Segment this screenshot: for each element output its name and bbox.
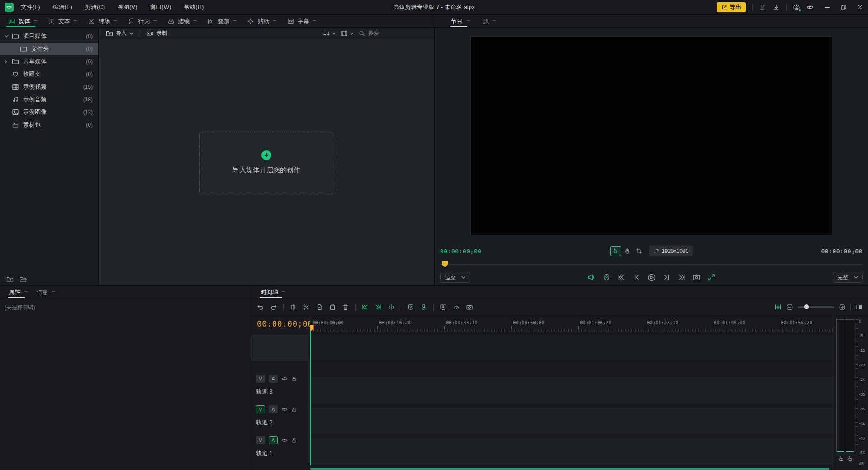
- track1-video-toggle[interactable]: V: [256, 436, 265, 444]
- screen-record-button[interactable]: [440, 304, 447, 311]
- menu-file[interactable]: 文件(F): [21, 3, 40, 11]
- jump-to-previous-edit-button[interactable]: [361, 304, 369, 311]
- tab-sticker[interactable]: 贴纸 ☰: [242, 15, 280, 27]
- zoom-fit-select[interactable]: 适应: [440, 272, 470, 283]
- save-button[interactable]: [759, 4, 766, 11]
- track3-video-toggle[interactable]: V: [256, 375, 265, 383]
- speed-ramp-button[interactable]: [453, 304, 460, 311]
- sidebar-item-shared-media[interactable]: 共享媒体 (0): [0, 55, 98, 68]
- video-viewport[interactable]: [470, 36, 832, 235]
- menu-view[interactable]: 视图(V): [118, 3, 137, 11]
- track1-audio-toggle[interactable]: A: [269, 436, 278, 444]
- zoom-out-button[interactable]: [786, 304, 793, 311]
- tab-source[interactable]: 源 ☰: [478, 15, 500, 27]
- track-name[interactable]: 轨道 3: [256, 388, 310, 396]
- timeline-menu-icon[interactable]: ☰: [281, 290, 285, 294]
- account-button[interactable]: [793, 4, 800, 11]
- menu-help[interactable]: 帮助(H): [184, 3, 204, 11]
- render-preview-button[interactable]: [466, 304, 473, 311]
- tab-overlay[interactable]: 叠加 ☰: [203, 15, 241, 27]
- sidebar-item-sample-videos[interactable]: 示例视频 (15): [0, 81, 98, 93]
- sort-button[interactable]: [323, 30, 336, 37]
- import-dropzone[interactable]: + 导入媒体开启您的创作: [199, 132, 333, 195]
- filter-menu-icon[interactable]: ☰: [193, 19, 196, 23]
- menu-window[interactable]: 窗口(W): [150, 3, 171, 11]
- track3-lane[interactable]: [310, 375, 833, 405]
- menu-edit[interactable]: 编辑(E): [53, 3, 72, 11]
- snapshot-button[interactable]: [693, 273, 701, 281]
- tab-media[interactable]: 媒体 ☰: [4, 15, 42, 27]
- track-name[interactable]: 轨道 1: [256, 449, 310, 457]
- open-folder-button[interactable]: [20, 276, 27, 283]
- next-frame-button[interactable]: [663, 273, 671, 281]
- sidebar-item-favorites[interactable]: 收藏夹 (0): [0, 68, 98, 81]
- search-input[interactable]: 搜索: [358, 29, 379, 37]
- marker-button[interactable]: [602, 273, 611, 281]
- sidebar-item-project-media[interactable]: 项目媒体 (0): [0, 30, 98, 43]
- timeline-zoom-slider[interactable]: [798, 306, 834, 308]
- track2-lane[interactable]: [310, 405, 833, 436]
- properties-menu-icon[interactable]: ☰: [24, 290, 28, 294]
- overlay-menu-icon[interactable]: ☰: [232, 19, 236, 23]
- close-button[interactable]: [856, 4, 863, 11]
- jump-to-next-edit-button[interactable]: [375, 304, 382, 311]
- tab-text[interactable]: 文本 ☰: [43, 15, 81, 27]
- track3-visibility-toggle[interactable]: [281, 375, 288, 382]
- play-button[interactable]: [647, 273, 656, 282]
- tab-caption[interactable]: 字幕 ☰: [283, 15, 321, 27]
- ripple-edit-button[interactable]: [388, 304, 395, 311]
- program-menu-icon[interactable]: ☰: [466, 19, 470, 23]
- zoom-slider-thumb[interactable]: [804, 304, 809, 309]
- info-menu-icon[interactable]: ☰: [52, 290, 55, 294]
- select-tool-button[interactable]: [610, 246, 621, 256]
- mute-button[interactable]: [588, 273, 596, 281]
- behavior-menu-icon[interactable]: ☰: [153, 19, 157, 23]
- chevron-right-icon[interactable]: [5, 60, 12, 64]
- tab-transition[interactable]: 转场 ☰: [83, 15, 121, 27]
- track2-video-toggle[interactable]: V: [256, 405, 265, 413]
- voiceover-button[interactable]: [420, 304, 427, 311]
- fit-timeline-button[interactable]: [774, 304, 782, 311]
- export-button[interactable]: 导出: [717, 2, 746, 12]
- track-name[interactable]: 轨道 2: [256, 418, 310, 427]
- chevron-down-icon[interactable]: [5, 35, 12, 38]
- track3-audio-toggle[interactable]: A: [269, 375, 278, 383]
- resolution-button[interactable]: 1920x1080: [649, 246, 693, 256]
- go-to-end-button[interactable]: [678, 273, 686, 281]
- record-button[interactable]: 录制: [144, 28, 170, 38]
- sticker-menu-icon[interactable]: ☰: [272, 19, 276, 23]
- import-button[interactable]: 导入: [103, 28, 136, 38]
- redo-button[interactable]: [270, 304, 277, 311]
- previous-frame-button[interactable]: [632, 273, 640, 281]
- copy-button[interactable]: [316, 304, 323, 311]
- text-menu-icon[interactable]: ☰: [73, 19, 77, 23]
- track3-lock-toggle[interactable]: [291, 376, 297, 382]
- download-button[interactable]: [773, 4, 780, 11]
- tab-program[interactable]: 节目 ☰: [446, 15, 474, 27]
- playback-quality-select[interactable]: 完整: [833, 272, 863, 283]
- timeline-ruler[interactable]: 00:00:00;00 00:00:16;20 00:00:33;10 00:0…: [310, 316, 833, 332]
- new-folder-button[interactable]: [6, 276, 14, 283]
- preview-seekbar[interactable]: [435, 258, 868, 269]
- watermark-eye-button[interactable]: [806, 4, 814, 11]
- track1-visibility-toggle[interactable]: [281, 437, 288, 443]
- media-menu-icon[interactable]: ☰: [33, 19, 37, 23]
- tab-properties[interactable]: 属性 ☰: [5, 286, 31, 298]
- undo-button[interactable]: [257, 304, 264, 311]
- source-menu-icon[interactable]: ☰: [492, 19, 496, 23]
- transition-menu-icon[interactable]: ☰: [113, 19, 117, 23]
- menu-clip[interactable]: 剪辑(C): [85, 3, 105, 11]
- tab-info[interactable]: 信息 ☰: [33, 286, 59, 298]
- view-mode-button[interactable]: [341, 30, 354, 37]
- seek-playhead[interactable]: [442, 261, 448, 267]
- timeline-horizontal-scrollbar[interactable]: [310, 468, 829, 470]
- timeline-lanes[interactable]: 00:00:00;00 00:00:16;20 00:00:33;10 00:0…: [310, 316, 833, 470]
- tab-behavior[interactable]: 行为 ☰: [123, 15, 161, 27]
- go-to-start-button[interactable]: [617, 273, 626, 281]
- hand-tool-button[interactable]: [622, 246, 633, 256]
- zoom-in-button[interactable]: [839, 304, 846, 311]
- sidebar-item-folder[interactable]: 文件夹 (0): [0, 43, 98, 55]
- tab-timeline[interactable]: 时间轴 ☰: [257, 286, 289, 298]
- crop-tool-button[interactable]: [634, 246, 645, 256]
- paste-button[interactable]: [329, 304, 336, 311]
